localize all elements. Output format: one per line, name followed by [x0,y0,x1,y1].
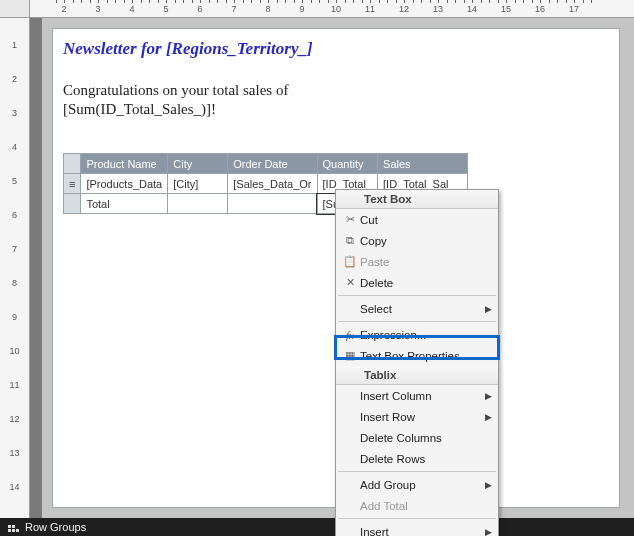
status-bar: Row Groups [0,518,634,536]
submenu-arrow-icon: ▶ [485,480,492,490]
ctx-insert-row[interactable]: Insert Row ▶ [336,406,498,427]
row-handle[interactable]: ≡ [64,174,81,194]
cell-city[interactable]: [City] [168,174,228,194]
cell-empty[interactable] [168,194,228,214]
horizontal-ruler: 234567891011121314151617 [30,0,634,18]
ctx-header-textbox: Text Box [336,190,498,209]
cell-orderdate[interactable]: [Sales_Data_Or [228,174,317,194]
ctx-cut[interactable]: ✂ Cut [336,209,498,230]
cell-empty[interactable] [228,194,317,214]
ctx-expression-label: Expression... [360,329,492,341]
ctx-expression[interactable]: fx Expression... [336,324,498,345]
cell-total-label[interactable]: Total [81,194,168,214]
ctx-add-group[interactable]: Add Group ▶ [336,474,498,495]
ctx-textprops-label: Text Box Properties... [360,350,492,362]
ctx-textbox-properties[interactable]: ▦ Text Box Properties... [336,345,498,366]
ctx-delete-label: Delete [360,277,492,289]
ctx-insert-label: Insert [360,526,485,537]
congrats-line1: Congratulations on your total sales of [63,82,288,98]
ctx-insert-column[interactable]: Insert Column ▶ [336,385,498,406]
submenu-arrow-icon: ▶ [485,304,492,314]
ctx-add-total[interactable]: Add Total [336,495,498,516]
copy-icon: ⧉ [340,234,360,247]
ctx-header-tablix: Tablix [336,366,498,385]
row-handle[interactable] [64,194,81,214]
app-shell: 234567891011121314151617 123456789101112… [0,0,634,536]
ctx-addgroup-label: Add Group [360,479,485,491]
report-title[interactable]: Newsletter for [Regions_Territory_] [63,39,313,59]
ctx-delete-rows[interactable]: Delete Rows [336,448,498,469]
ctx-cut-label: Cut [360,214,492,226]
ruler-corner [0,0,30,18]
col-header-orderdate[interactable]: Order Date [228,154,317,174]
col-header-sales[interactable]: Sales [378,154,468,174]
row-handle[interactable] [64,154,81,174]
properties-icon: ▦ [340,349,360,362]
delete-icon: ✕ [340,276,360,289]
congrats-textbox[interactable]: Congratulations on your total sales of [… [63,81,423,119]
rowgroups-label[interactable]: Row Groups [25,521,86,533]
separator [338,321,496,322]
col-header-product[interactable]: Product Name [81,154,168,174]
rowgroups-icon [8,523,19,532]
paste-icon: 📋 [340,255,360,268]
ctx-inscol-label: Insert Column [360,390,485,402]
col-header-quantity[interactable]: Quantity [317,154,378,174]
col-header-city[interactable]: City [168,154,228,174]
cell-product[interactable]: [Products_Data [81,174,168,194]
ctx-paste-label: Paste [360,256,492,268]
vertical-ruler: 1234567891011121314 [0,18,30,518]
separator [338,518,496,519]
ctx-select-label: Select [360,303,485,315]
separator [338,295,496,296]
context-menu: Text Box ✂ Cut ⧉ Copy 📋 Paste ✕ Delete S… [335,189,499,536]
cut-icon: ✂ [340,213,360,226]
ctx-delete[interactable]: ✕ Delete [336,272,498,293]
ctx-copy-label: Copy [360,235,492,247]
ctx-delrows-label: Delete Rows [360,453,492,465]
ctx-paste[interactable]: 📋 Paste [336,251,498,272]
ctx-insrow-label: Insert Row [360,411,485,423]
submenu-arrow-icon: ▶ [485,527,492,537]
ctx-delete-columns[interactable]: Delete Columns [336,427,498,448]
congrats-line2: [Sum(ID_Total_Sales_)]! [63,101,216,117]
ctx-select[interactable]: Select ▶ [336,298,498,319]
fx-icon: fx [340,329,360,341]
separator [338,471,496,472]
ctx-copy[interactable]: ⧉ Copy [336,230,498,251]
ctx-delcols-label: Delete Columns [360,432,492,444]
ctx-insert[interactable]: Insert ▶ [336,521,498,536]
submenu-arrow-icon: ▶ [485,412,492,422]
submenu-arrow-icon: ▶ [485,391,492,401]
ctx-addtotal-label: Add Total [360,500,492,512]
left-margin-strip [30,18,42,518]
tablix-header-row: Product Name City Order Date Quantity Sa… [64,154,468,174]
